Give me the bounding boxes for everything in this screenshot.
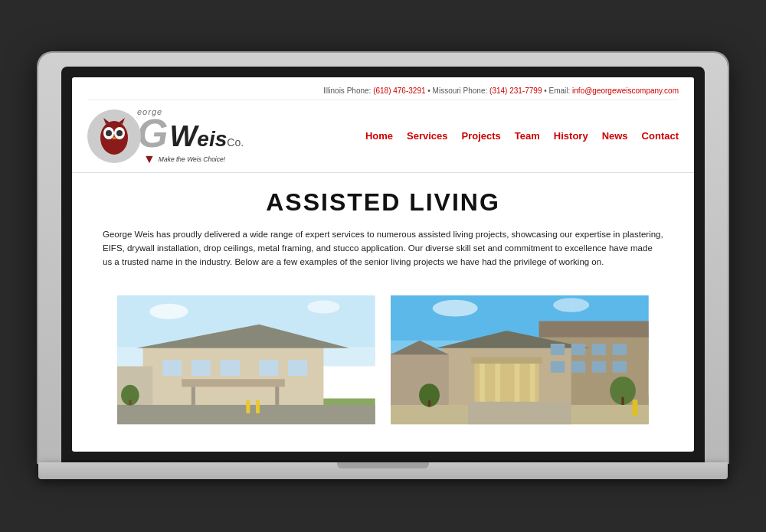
svg-rect-18 <box>288 360 307 376</box>
logo-area: eorge G W eis Co. <box>87 106 244 165</box>
logo-co: Co. <box>227 137 244 148</box>
building-svg-1 <box>117 283 375 436</box>
building-image-2 <box>391 283 649 436</box>
logo-circle <box>87 109 141 163</box>
nav-projects[interactable]: Projects <box>462 130 501 142</box>
top-bar: Illinois Phone: (618) 476-3291 • Missour… <box>87 83 679 100</box>
svg-rect-56 <box>621 397 624 404</box>
svg-rect-19 <box>182 379 285 387</box>
svg-rect-16 <box>221 360 240 376</box>
site-header: Illinois Phone: (618) 476-3291 • Missour… <box>72 77 694 172</box>
svg-rect-38 <box>495 360 500 405</box>
illinois-phone-link[interactable]: (618) 476-3291 <box>373 86 425 95</box>
svg-rect-14 <box>162 360 182 376</box>
logo-graphic: eorge G W eis Co. <box>87 106 244 165</box>
svg-rect-45 <box>551 344 565 355</box>
svg-point-3 <box>106 130 112 136</box>
svg-rect-54 <box>428 400 430 406</box>
svg-rect-26 <box>256 400 260 413</box>
svg-rect-40 <box>530 360 535 405</box>
svg-rect-25 <box>247 400 250 413</box>
building-image-1 <box>117 283 375 436</box>
images-row <box>103 283 663 436</box>
logo-big-g: G <box>137 116 168 150</box>
header-main: eorge G W eis Co. <box>87 100 679 171</box>
svg-rect-49 <box>551 361 565 372</box>
svg-rect-60 <box>633 400 638 416</box>
svg-rect-51 <box>592 361 607 372</box>
email-label: • Email: <box>542 86 572 95</box>
page-description: George Weis has proudly delivered a wide… <box>103 227 663 269</box>
main-nav: Home Services Projects Team History News… <box>365 130 679 142</box>
svg-rect-46 <box>571 344 586 355</box>
svg-rect-24 <box>129 400 131 405</box>
svg-point-57 <box>433 299 478 316</box>
page-title: ASSISTED LIVING <box>103 188 663 217</box>
svg-rect-41 <box>471 357 542 363</box>
svg-point-28 <box>308 300 340 313</box>
logo-arrow-icon: ▼ <box>143 152 155 166</box>
svg-rect-37 <box>480 360 485 405</box>
svg-rect-15 <box>192 360 211 376</box>
building-svg-2 <box>391 283 649 436</box>
svg-rect-59 <box>468 401 571 423</box>
svg-rect-48 <box>613 344 627 355</box>
svg-point-58 <box>553 298 589 312</box>
nav-services[interactable]: Services <box>407 130 448 142</box>
missouri-label: • Missouri Phone: <box>426 86 490 95</box>
screen: Illinois Phone: (618) 476-3291 • Missour… <box>72 77 694 451</box>
illinois-label: Illinois Phone: <box>323 86 373 95</box>
site-content: ASSISTED LIVING George Weis has proudly … <box>72 173 694 452</box>
missouri-phone-link[interactable]: (314) 231-7799 <box>489 86 542 95</box>
nav-contact[interactable]: Contact <box>642 130 679 142</box>
owl-svg <box>93 113 136 159</box>
svg-rect-52 <box>613 361 627 372</box>
svg-rect-17 <box>259 360 278 376</box>
svg-rect-50 <box>571 361 586 372</box>
logo-tagline: Make the Weis Choice! <box>159 155 225 163</box>
svg-point-27 <box>149 303 188 318</box>
nav-news[interactable]: News <box>602 130 628 142</box>
logo-w: W <box>169 122 197 151</box>
nav-team[interactable]: Team <box>515 130 540 142</box>
nav-home[interactable]: Home <box>365 130 393 142</box>
nav-history[interactable]: History <box>554 130 588 142</box>
laptop-base <box>38 462 728 479</box>
email-link[interactable]: info@georgeweiscompany.com <box>572 86 679 95</box>
svg-rect-20 <box>192 387 195 405</box>
svg-rect-39 <box>515 360 520 405</box>
svg-rect-21 <box>276 387 280 405</box>
laptop-frame: Illinois Phone: (618) 476-3291 • Missour… <box>38 53 728 478</box>
svg-rect-47 <box>592 344 607 355</box>
svg-point-4 <box>116 130 123 136</box>
svg-rect-34 <box>539 321 649 337</box>
logo-text-block: eorge G W eis Co. <box>137 106 244 165</box>
logo-eis: eis <box>197 129 227 150</box>
